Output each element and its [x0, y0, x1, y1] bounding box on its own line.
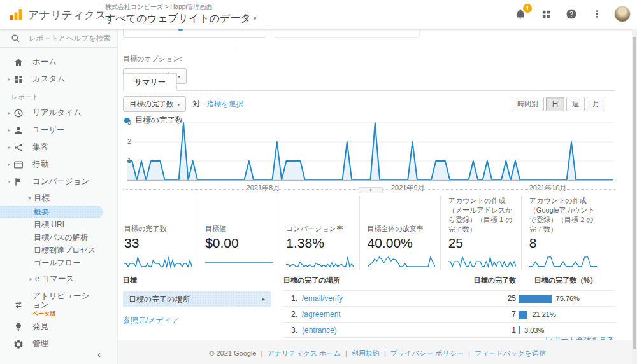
chevron-down-icon: ▾	[254, 15, 257, 22]
breadcrumb-property[interactable]: Happi管理画面	[170, 3, 212, 10]
pct-value: 75.76%	[556, 295, 580, 302]
notification-badge: 1	[523, 4, 532, 13]
sidebar-item-behavior[interactable]: ▸ 行動	[0, 156, 117, 173]
scorecard-goal-value[interactable]: 目標値 $0.00	[197, 196, 278, 270]
svg-text:?: ?	[569, 11, 573, 18]
sidebar-item-audience[interactable]: ▸ ユーザー	[0, 122, 117, 139]
select-metric-link[interactable]: 指標を選択	[206, 99, 243, 109]
pct-bar	[519, 311, 527, 319]
footer: © 2021 Google | アナリティクス ホーム | 利用規約 | プライ…	[118, 340, 637, 364]
dimension-picker: 目標 目標の完了の場所 ▸ 参照元/メディア	[123, 274, 271, 326]
metric-dropdown[interactable]: 目標の完了数▾	[123, 96, 186, 112]
acquisition-icon	[13, 143, 32, 153]
sparkline	[286, 253, 354, 269]
scrollbar-thumb[interactable]	[633, 37, 636, 349]
reports-section-label: レポート	[0, 88, 117, 104]
footer-link-terms[interactable]: 利用規約	[352, 349, 380, 357]
sidebar-item-acquisition[interactable]: ▸ 集客	[0, 139, 117, 156]
collapse-icon: ▾	[25, 195, 34, 201]
y-axis-tick: 1	[127, 157, 131, 164]
scorecard-goal2-completions[interactable]: アカウントの作成（Googleアカウントで登録）（目標 2 の完了数） 8	[521, 196, 602, 270]
x-axis-label: 2021年9月	[391, 183, 425, 193]
sidebar-item-goal-flow[interactable]: ゴールフロー	[0, 256, 117, 269]
pct-value: 21.21%	[532, 311, 555, 318]
search-icon	[11, 34, 20, 43]
location-link[interactable]: /agreement	[302, 310, 341, 319]
column-header-location[interactable]: 目標の完了の場所	[283, 276, 459, 285]
expand-icon: ▸	[27, 276, 35, 282]
attribution-icon	[13, 291, 32, 318]
area-chart-svg	[127, 120, 613, 183]
table-row: 1. /email/verify 25 75.76%	[283, 290, 615, 306]
granularity-day-button[interactable]: 日	[546, 97, 564, 111]
pct-value: 3.03%	[524, 326, 544, 334]
footer-link-analytics-home[interactable]: アナリティクス ホーム	[267, 349, 340, 357]
y-axis-tick: 3	[127, 118, 131, 126]
avatar[interactable]	[614, 6, 631, 22]
collapse-icon: ▾	[5, 179, 13, 185]
notifications-button[interactable]: 1	[512, 6, 529, 22]
vertical-scrollbar[interactable]	[632, 29, 637, 364]
timeseries-chart[interactable]: 3 2 1 2021年8月 2021年9月 2021年10月	[127, 120, 613, 193]
collapse-chart-button[interactable]: ▾	[359, 187, 383, 193]
row-rank: 3.	[283, 326, 297, 335]
expand-icon: ▸	[5, 144, 13, 150]
tab-underline	[123, 90, 615, 91]
collapse-sidebar-icon[interactable]: ‹	[97, 349, 101, 360]
breadcrumb-separator: >	[165, 3, 169, 10]
sidebar-item-custom[interactable]: ▸ カスタム	[0, 71, 117, 88]
sidebar-item-realtime[interactable]: ▸ リアルタイム	[0, 104, 117, 122]
x-axis-label: 2021年8月	[247, 183, 280, 193]
tab-summary[interactable]: サマリー	[123, 73, 177, 91]
app-header: アナリティクス 株式会社コンビーズ > Happi管理画面 すべてのウェブサイト…	[0, 0, 637, 29]
dimension-goal-completion-location[interactable]: 目標の完了の場所 ▸	[123, 291, 271, 307]
granularity-hourly-button[interactable]: 時間別	[512, 97, 544, 111]
apps-button[interactable]	[538, 6, 554, 22]
column-header-completions[interactable]: 目標の完了数	[459, 276, 516, 285]
flag-icon	[13, 177, 32, 187]
row-rank: 2.	[283, 310, 297, 319]
clock-icon	[13, 108, 32, 118]
more-options-button[interactable]	[589, 6, 605, 22]
sidebar-item-goal-path-analysis[interactable]: 目標パスの解析	[0, 231, 117, 244]
sidebar-item-goal-urls[interactable]: 目標 URL	[0, 218, 117, 231]
granularity-control: 時間別 日 週 月	[512, 97, 605, 111]
account-title-block: 株式会社コンビーズ > Happi管理画面 すべてのウェブサイトのデータ▾	[105, 3, 256, 25]
view-selector[interactable]: すべてのウェブサイトのデータ▾	[105, 12, 256, 25]
search-input[interactable]: レポートとヘルプを検索	[0, 29, 117, 48]
scorecard-goal1-completions[interactable]: アカウントの作成（メールアドレスから登録）（目標 1 の完了数） 25	[440, 196, 521, 270]
scorecard-goal-completions[interactable]: 目標の完了数 33	[123, 196, 197, 270]
sidebar-item-funnel-visualization[interactable]: 目標到達プロセス	[0, 244, 117, 256]
sidebar-item-goals-overview[interactable]: 概要	[0, 206, 103, 218]
footer-link-feedback[interactable]: フィードバックを送信	[475, 349, 546, 357]
expand-icon: ▸	[5, 76, 13, 82]
granularity-week-button[interactable]: 週	[566, 97, 585, 111]
custom-reports-icon	[13, 74, 32, 85]
table-row: 2. /agreement 7 21.21%	[283, 306, 615, 322]
sidebar-item-ecommerce[interactable]: ▸ e コマース	[0, 271, 117, 286]
scorecard-conversion-rate[interactable]: コンバージョン率 1.38%	[278, 196, 359, 270]
sidebar-item-conversions[interactable]: ▾ コンバージョン	[0, 173, 117, 190]
completions-value: 25	[459, 294, 516, 303]
expand-icon: ▸	[5, 110, 13, 116]
granularity-month-button[interactable]: 月	[587, 97, 605, 111]
dimension-picker-header: 目標	[123, 274, 271, 291]
scorecard-abandonment-rate[interactable]: 目標全体の放棄率 40.00%	[359, 196, 440, 270]
y-axis-tick: 2	[127, 137, 131, 145]
sidebar-item-discover[interactable]: 発見	[0, 318, 117, 335]
location-link[interactable]: (entrance)	[302, 326, 337, 335]
sidebar-item-attribution[interactable]: アトリビューション ベータ版	[0, 291, 117, 318]
header-divider	[99, 4, 99, 25]
help-button[interactable]: ?	[563, 6, 580, 22]
breadcrumb-account[interactable]: 株式会社コンビーズ	[105, 3, 163, 10]
search-placeholder: レポートとヘルプを検索	[29, 34, 111, 43]
pct-bar	[519, 295, 552, 303]
dimension-source-medium-link[interactable]: 参照元/メディア	[123, 315, 271, 326]
completions-value: 1	[459, 326, 516, 335]
location-link[interactable]: /email/verify	[302, 294, 343, 303]
sidebar-item-home[interactable]: ホーム	[0, 53, 117, 71]
column-header-pct[interactable]: 目標の完了数（%）	[516, 276, 615, 285]
sidebar-item-goals[interactable]: ▾ 目標	[0, 190, 117, 206]
footer-link-privacy[interactable]: プライバシー ポリシー	[390, 349, 464, 357]
beta-badge: ベータ版	[32, 310, 91, 318]
